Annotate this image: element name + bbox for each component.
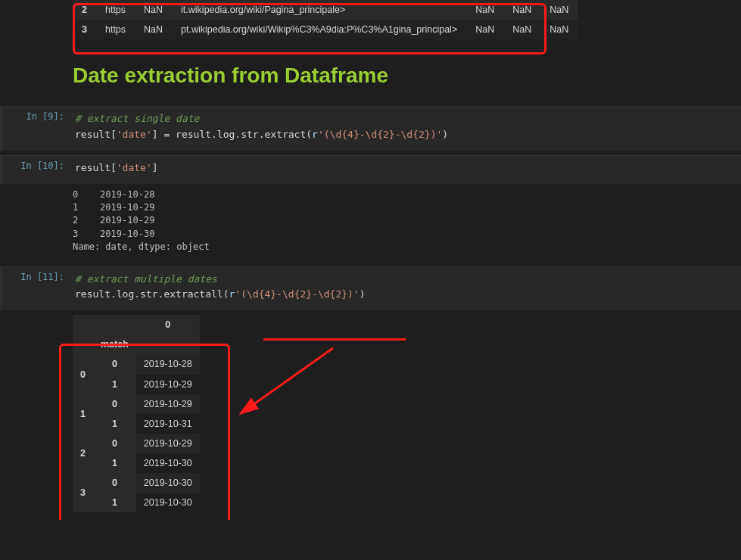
row-outer-index: 0 (73, 354, 93, 394)
row-outer-index: 2 (73, 434, 93, 473)
row-match-index: 1 (93, 414, 136, 434)
table-cell: NaN (135, 0, 172, 20)
regex-string-token: '(\d{4}-\d{2}-\d{2})' (318, 129, 442, 140)
in-prompt-11: In [11]: (2, 267, 70, 311)
table-cell: NaN (540, 20, 578, 39)
table-cell: NaN (540, 0, 578, 20)
th-blank (136, 334, 200, 354)
table-cell: pt.wikipedia.org/wiki/Wikip%C3%A9dia:P%C… (172, 20, 466, 39)
row-match-index: 0 (93, 354, 136, 374)
table-cell: 2019-10-29 (136, 434, 200, 453)
table-cell: 2 (73, 0, 96, 20)
row-match-index: 1 (93, 453, 136, 473)
code-body-10[interactable]: result['date'] (70, 156, 741, 184)
table-cell: it.wikipedia.org/wiki/Pagina_principale> (172, 0, 466, 20)
code-cell-10[interactable]: In [10]: result['date'] (0, 156, 741, 184)
th-blank (73, 315, 93, 334)
table-cell: 2019-10-28 (136, 354, 200, 374)
table-cell: NaN (466, 0, 503, 20)
table-cell: 2019-10-30 (136, 453, 200, 473)
table-cell: 2019-10-30 (136, 493, 200, 512)
code-token: result.log.str.extractall( (75, 288, 229, 300)
table-cell: 2019-10-31 (136, 414, 200, 434)
output-cell-top: 2httpsNaNit.wikipedia.org/wiki/Pagina_pr… (0, 0, 741, 47)
table-cell: NaN (503, 0, 540, 20)
code-body-9[interactable]: # extract single date result['date'] = r… (70, 107, 741, 151)
code-token: result[ (75, 129, 117, 140)
th-value: 0 (136, 315, 200, 334)
code-token: result[ (75, 162, 117, 173)
th-match: match (93, 334, 136, 354)
table-cell: 2019-10-29 (136, 375, 200, 394)
row-match-index: 0 (93, 473, 136, 493)
output-cell-11: 0match002019-10-2812019-10-29102019-10-2… (0, 310, 741, 520)
th-blank (73, 334, 93, 354)
table-cell: 2019-10-29 (136, 394, 200, 414)
in-prompt-10: In [10]: (2, 156, 70, 184)
row-match-index: 1 (93, 493, 136, 512)
code-token: ) (360, 288, 366, 300)
comment-text: # extract multiple dates (75, 273, 217, 285)
raw-prefix-token: r (312, 129, 318, 140)
table-cell: NaN (135, 20, 172, 39)
code-token: ] (152, 162, 158, 173)
markdown-cell: Date extraction from Dataframe (0, 51, 741, 106)
md-prompt-blank (0, 51, 68, 106)
code-cell-11[interactable]: In [11]: # extract multiple dates result… (0, 267, 741, 311)
code-body-11[interactable]: # extract multiple dates result.log.str.… (70, 267, 741, 311)
code-token: ] = result.log.str.extract( (152, 129, 312, 140)
dataframe-top: 2httpsNaNit.wikipedia.org/wiki/Pagina_pr… (73, 0, 578, 39)
string-token: 'date' (117, 129, 152, 140)
code-cell-9[interactable]: In [9]: # extract single date result['da… (0, 107, 741, 151)
output-prompt-blank (0, 184, 68, 262)
in-prompt-9: In [9]: (2, 107, 70, 151)
output-cell-10: 0 2019-10-28 1 2019-10-29 2 2019-10-29 3… (0, 184, 741, 262)
dataframe-extractall: 0match002019-10-2812019-10-29102019-10-2… (73, 315, 200, 512)
regex-string-token: '(\d{4}-\d{2}-\d{2})' (235, 288, 359, 300)
output-prompt-blank (0, 310, 68, 520)
output-text-10: 0 2019-10-28 1 2019-10-29 2 2019-10-29 3… (68, 184, 741, 262)
code-token: ) (442, 129, 448, 140)
section-heading: Date extraction from Dataframe (73, 64, 733, 88)
table-cell: NaN (466, 20, 503, 39)
row-outer-index: 1 (73, 394, 93, 434)
comment-text: # extract single date (75, 113, 199, 124)
table-cell: 3 (73, 20, 96, 39)
row-match-index: 0 (93, 434, 136, 453)
row-match-index: 0 (93, 394, 136, 414)
row-match-index: 1 (93, 375, 136, 394)
notebook-root: { "topTable": { "rows": [ {"idx":"2","c1… (0, 0, 741, 520)
table-cell: NaN (503, 20, 540, 39)
row-outer-index: 3 (73, 473, 93, 512)
string-token: 'date' (117, 162, 152, 173)
table-cell: https (96, 0, 135, 20)
table-cell: 2019-10-30 (136, 473, 200, 493)
th-blank (93, 315, 136, 334)
table-cell: https (96, 20, 135, 39)
output-prompt-blank (0, 0, 68, 47)
